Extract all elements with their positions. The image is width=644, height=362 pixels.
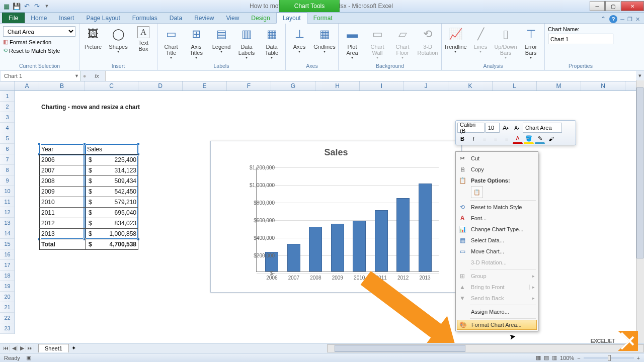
grow-font-icon[interactable]: A▴ [501,123,511,133]
tab-layout[interactable]: Layout [276,13,307,24]
data-labels-button[interactable]: ▥Data Labels▾ [236,26,257,60]
col-header-H[interactable]: H [315,81,360,90]
chart-title-button[interactable]: ▭Chart Title▾ [160,26,182,60]
mini-chart-element[interactable]: Chart Area [523,123,562,133]
row-header-2[interactable]: 2 [0,102,15,112]
namebox-dropdown-icon[interactable]: ▼ [74,73,79,78]
align-left-icon[interactable]: ≡ [479,134,490,144]
chart-bar[interactable] [309,227,322,272]
gridlines-button[interactable]: ▦Gridlines▾ [314,26,335,54]
zoom-level[interactable]: 100% [560,355,574,361]
row-header-6[interactable]: 6 [0,144,15,154]
row-header-11[interactable]: 11 [0,197,15,207]
embedded-chart[interactable]: Sales 20062007200820092010201120122013 S… [210,141,462,293]
legend-button[interactable]: ▤Legend▾ [211,26,232,54]
tab-design[interactable]: Design [245,13,276,23]
expand-formula-bar-icon[interactable]: ▾ [636,72,644,79]
name-box[interactable]: Chart 1▼ [1,71,80,81]
formula-input[interactable] [106,71,636,81]
chart-bar[interactable] [287,244,300,272]
redo-icon[interactable]: ↷ [32,2,41,11]
italic-icon[interactable]: I [468,134,478,144]
qat-dropdown-icon[interactable]: ▼ [42,2,51,11]
close-button[interactable]: ✕ [621,1,644,11]
tab-insert[interactable]: Insert [53,13,80,23]
tab-view[interactable]: View [220,13,246,23]
workbook-restore-icon[interactable]: ❐ [627,16,632,23]
tab-page-layout[interactable]: Page Layout [80,13,126,23]
view-page-break-icon[interactable]: ▥ [552,354,557,361]
ctx-change-chart-type[interactable]: 📊Change Chart Type... [456,224,538,235]
axis-titles-button[interactable]: ⊞Axis Titles▾ [186,26,207,60]
col-header-F[interactable]: F [227,81,271,90]
row-header-13[interactable]: 13 [0,218,15,228]
col-header-B[interactable]: B [39,81,85,90]
sheet-nav-first[interactable]: ⏮ [2,345,10,351]
chart-element-dropdown[interactable]: Chart Area [3,26,75,37]
ctx-assign-macro[interactable]: Assign Macro... [456,306,538,317]
mini-font-size[interactable]: 10 [486,123,500,133]
col-header-L[interactable]: L [493,81,537,90]
minimize-button[interactable]: ─ [590,1,605,11]
axes-button[interactable]: ⊥Axes▾ [289,26,310,54]
row-header-9[interactable]: 9 [0,175,15,186]
col-header-M[interactable]: M [537,81,581,90]
row-header-23[interactable]: 23 [0,323,15,334]
ctx-select-data[interactable]: ▦Select Data... [456,235,538,246]
workbook-close-icon[interactable]: ✕ [635,16,640,23]
row-header-7[interactable]: 7 [0,154,15,165]
fill-color-icon[interactable]: 🪣 [524,134,534,144]
ctx-font[interactable]: AFont... [456,213,538,224]
ctx-reset[interactable]: ⟲Reset to Match Style [456,202,538,213]
col-header-K[interactable]: K [448,81,493,90]
macro-record-icon[interactable]: ▣ [26,354,31,361]
row-header-19[interactable]: 19 [0,281,15,292]
fx-icon[interactable]: fx [89,71,106,81]
align-center-icon[interactable]: ≡ [491,134,501,144]
row-header-4[interactable]: 4 [0,123,15,133]
row-header-3[interactable]: 3 [0,112,15,123]
new-sheet-icon[interactable]: ✦ [69,345,79,351]
ctx-paste-option-1[interactable]: 📋 [471,186,483,198]
col-header-N[interactable]: N [581,81,625,90]
chart-name-input[interactable] [548,34,613,44]
tab-data[interactable]: Data [164,13,188,23]
format-selection-button[interactable]: ◧ Format Selection [3,38,76,46]
row-header-17[interactable]: 17 [0,260,15,270]
data-table-button[interactable]: ▦Data Table▾ [261,26,282,60]
col-header-D[interactable]: D [138,81,183,90]
worksheet-grid[interactable]: 1234567891011121314151617181920212223 Sa… [0,91,644,345]
cells-area[interactable]: Sales 20062007200820092010201120122013 S… [15,91,644,345]
font-color-icon[interactable]: A [513,134,523,144]
bold-icon[interactable]: B [457,134,467,144]
select-all-corner[interactable] [0,81,15,90]
mini-font-name[interactable]: Calibri (B [457,123,485,133]
chart-bar[interactable] [419,184,432,272]
error-bars-button[interactable]: ⊤Error Bars▾ [520,26,541,60]
view-normal-icon[interactable]: ▦ [536,354,541,361]
tab-review[interactable]: Review [188,13,220,23]
sheet-nav-last[interactable]: ⏭ [26,345,34,351]
maximize-button[interactable]: ▢ [605,1,620,11]
row-header-5[interactable]: 5 [0,133,15,144]
zoom-in-icon[interactable]: + [637,355,640,361]
chart-bar[interactable] [396,198,410,272]
shrink-font-icon[interactable]: A▾ [512,123,522,133]
chart-bar[interactable] [353,221,366,272]
help-icon[interactable]: ? [609,15,617,23]
row-header-21[interactable]: 21 [0,302,15,313]
row-header-1[interactable]: 1 [0,91,15,102]
text-box-button[interactable]: AText Box [133,26,154,52]
sheet-nav-prev[interactable]: ◀ [10,345,18,351]
sheet-nav-next[interactable]: ▶ [18,345,26,351]
undo-icon[interactable]: ↶ [22,2,31,11]
save-icon[interactable]: 💾 [12,2,21,11]
col-header-G[interactable]: G [271,81,315,90]
align-right-icon[interactable]: ≡ [502,134,512,144]
row-header-16[interactable]: 16 [0,249,15,260]
row-header-20[interactable]: 20 [0,292,15,302]
chart-bar[interactable] [331,224,344,272]
row-header-10[interactable]: 10 [0,186,15,197]
zoom-slider[interactable] [584,357,634,359]
col-header-I[interactable]: I [360,81,404,90]
